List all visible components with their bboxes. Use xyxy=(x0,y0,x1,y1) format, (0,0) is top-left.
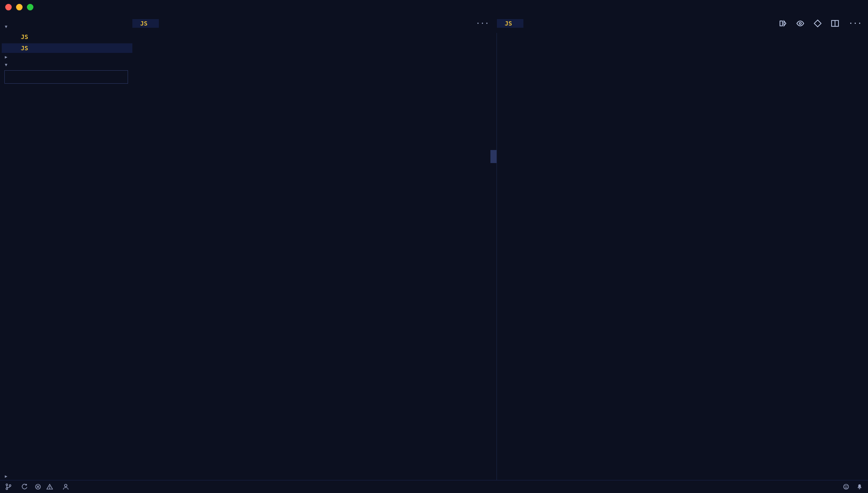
minimap[interactable] xyxy=(490,33,496,480)
error-icon xyxy=(35,483,41,490)
svg-point-13 xyxy=(847,486,847,486)
open-editor-index[interactable]: JS xyxy=(2,43,132,53)
line-numbers xyxy=(497,33,528,480)
explorer-sidebar: ▾ JS JS ▸ ▾ ▸ xyxy=(0,14,132,480)
svg-point-9 xyxy=(49,488,50,489)
maximize-window-button[interactable] xyxy=(27,4,33,10)
tab-darkmode[interactable]: JS xyxy=(132,19,159,28)
status-feedback[interactable] xyxy=(843,483,849,490)
open-editor-darkmode[interactable]: JS xyxy=(2,32,132,42)
smiley-icon xyxy=(843,483,849,490)
tabs-row: JS ··· JS ··· xyxy=(132,14,868,33)
close-window-button[interactable] xyxy=(5,4,12,10)
svg-point-10 xyxy=(65,484,67,487)
javascript-icon: JS xyxy=(21,33,28,40)
diamond-icon[interactable] xyxy=(814,20,822,27)
person-icon xyxy=(62,483,69,490)
status-sync[interactable] xyxy=(21,483,28,490)
javascript-icon: JS xyxy=(21,45,28,52)
svg-point-6 xyxy=(9,485,11,486)
sync-icon xyxy=(21,483,28,490)
line-numbers xyxy=(132,33,164,480)
code-area[interactable] xyxy=(528,33,868,480)
status-bar xyxy=(0,480,868,493)
chevron-down-icon: ▾ xyxy=(3,62,9,67)
chevron-down-icon: ▾ xyxy=(3,24,9,29)
outline-list xyxy=(0,85,132,472)
more-actions-button[interactable]: ··· xyxy=(474,19,491,28)
split-editor-icon[interactable] xyxy=(831,20,839,27)
status-signin[interactable] xyxy=(62,483,72,490)
svg-point-4 xyxy=(6,484,8,486)
svg-point-1 xyxy=(799,23,802,25)
editor-pane-left[interactable] xyxy=(132,33,497,480)
status-branch[interactable] xyxy=(5,483,14,490)
editors: JS ··· JS ··· xyxy=(132,14,868,480)
eye-icon[interactable] xyxy=(796,20,804,27)
javascript-icon: JS xyxy=(505,20,512,27)
open-editors-header[interactable]: ▾ xyxy=(0,23,132,30)
warning-icon xyxy=(46,483,53,490)
editor-actions: ··· xyxy=(773,19,868,28)
branch-icon xyxy=(5,483,12,490)
status-problems[interactable] xyxy=(35,483,56,490)
svg-rect-0 xyxy=(780,21,783,26)
editor-pane-right[interactable] xyxy=(497,33,868,480)
compare-icon[interactable] xyxy=(779,20,787,27)
chevron-right-icon: ▸ xyxy=(3,54,9,59)
rebass-folder-header[interactable]: ▸ xyxy=(0,53,132,61)
outline-header[interactable]: ▾ xyxy=(0,61,132,69)
javascript-icon: JS xyxy=(140,20,148,27)
more-actions-button[interactable]: ··· xyxy=(848,19,862,28)
tab-index[interactable]: JS xyxy=(497,19,524,28)
bell-icon xyxy=(856,483,863,490)
svg-point-5 xyxy=(6,488,8,490)
explorer-title xyxy=(0,14,132,23)
chevron-right-icon: ▸ xyxy=(3,473,9,479)
minimize-window-button[interactable] xyxy=(16,4,23,10)
status-bell[interactable] xyxy=(856,483,863,490)
svg-point-11 xyxy=(844,484,848,489)
code-area[interactable] xyxy=(164,33,496,480)
traffic-lights xyxy=(5,4,33,10)
outline-filter-input[interactable] xyxy=(4,70,128,84)
gitlens-history-header[interactable]: ▸ xyxy=(0,472,132,480)
title-bar xyxy=(0,0,868,14)
svg-point-12 xyxy=(845,486,845,486)
